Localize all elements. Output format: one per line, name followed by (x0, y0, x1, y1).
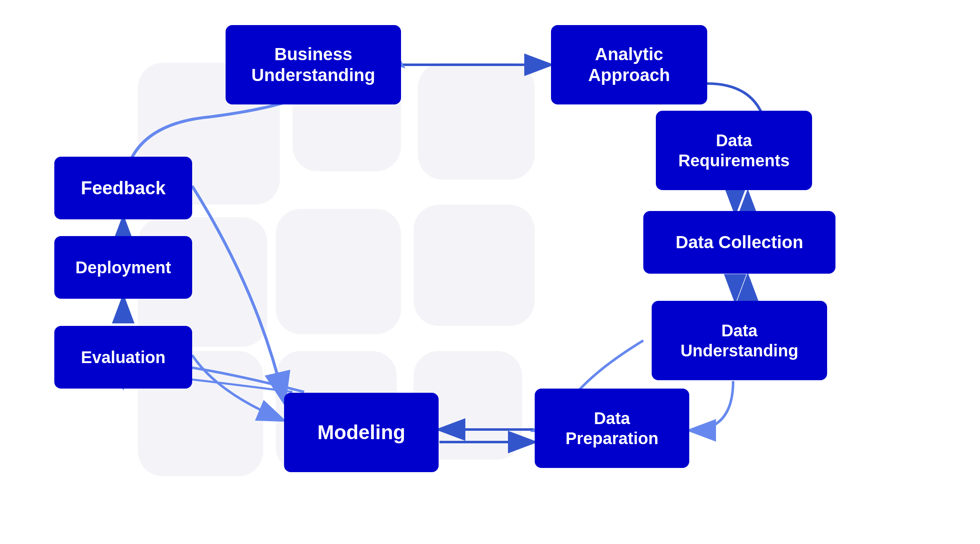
node-feedback: Feedback (54, 157, 192, 219)
node-modeling: Modeling (284, 393, 439, 472)
node-analytic-approach: Analytic Approach (551, 25, 707, 104)
node-data-collection: Data Collection (643, 211, 835, 274)
node-evaluation: Evaluation (54, 326, 192, 389)
node-deployment: Deployment (54, 236, 192, 299)
node-business-understanding: Business Understanding (226, 25, 401, 104)
node-data-preparation: Data Preparation (535, 389, 689, 468)
node-data-requirements: Data Requirements (656, 111, 812, 190)
diagram-container: Business Understanding Analytic Approach… (0, 0, 980, 544)
node-data-understanding: Data Understanding (652, 301, 827, 380)
